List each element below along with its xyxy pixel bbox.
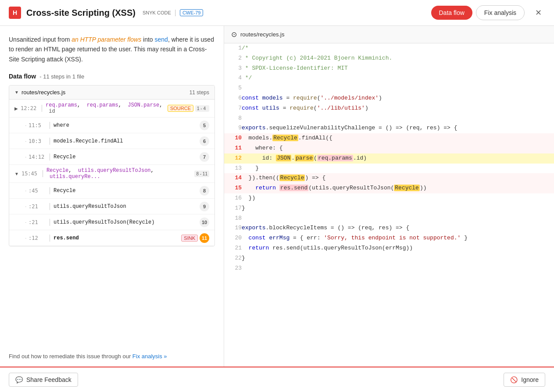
flow-item-sink[interactable]: - :12 res.send SINK 11 [9,230,214,246]
code-table: 1 /* 2 * Copyright (c) 2014–2021 Bjoern … [224,43,554,273]
code-line-highlighted: 10 models.Recycle.findAll({ [224,133,554,143]
step-number: 1 - 4 [195,105,209,112]
code-line: 2 * Copyright (c) 2014–2021 Bjoern Kimmi… [224,53,554,64]
step-number: 9 [200,202,209,211]
flow-item[interactable]: - :21 utils.queryResultToJson(Recycle) 1… [9,214,214,230]
step-number: 8 - 11 [194,171,209,177]
code-line: 23 [224,264,554,274]
flow-item[interactable]: - 11:5 where 5 [9,118,214,133]
share-feedback-button[interactable]: 💬 Share Feedback [9,373,78,387]
flow-item[interactable]: ▼ 15:45 Recycle, utils.queryResultToJson… [9,165,214,183]
code-line: 8 [224,114,554,124]
code-line-highlighted: 11 where: { [224,143,554,153]
code-line: 17 } [224,203,554,214]
step-number: 5 [200,121,209,130]
code-line: 22 } [224,253,554,264]
left-panel-footer: Find out how to remediate this issue thr… [9,346,215,367]
code-file-name: routes/recycles.js [240,31,284,38]
source-badge: SOURCE [168,105,193,112]
flow-item[interactable]: - :21 utils.queryResultToJson 9 [9,199,214,214]
close-button[interactable]: ✕ [532,6,545,19]
send-link[interactable]: send [155,36,168,43]
snyk-logo: H [9,7,21,19]
code-line: 4 */ [224,73,554,83]
code-line-highlighted: 12 id: JSON.parse(req.params.id) [224,153,554,164]
code-header: ⊙ routes/recycles.js [224,26,554,43]
step-number: 10 [200,217,209,227]
step-number: 8 [200,186,209,196]
sink-badge: SINK [181,235,198,242]
fix-analysis-link[interactable]: Fix analysis » [132,353,167,360]
code-line: 5 [224,83,554,93]
data-flow-button[interactable]: Data flow [431,6,472,20]
code-line: 20 const errMsg = { err: 'Sorry, this en… [224,233,554,243]
code-line: 9 exports.sequelizeVulnerabilityChalleng… [224,123,554,133]
code-body[interactable]: 1 /* 2 * Copyright (c) 2014–2021 Bjoern … [224,43,554,367]
data-flow-title: Data flow [9,73,36,80]
flow-item[interactable]: ▶ 12:22 req.params, req.params, JSON.par… [9,100,214,118]
code-line: 7 const utils = require('../lib/utils') [224,103,554,114]
step-number: 6 [200,136,209,146]
data-flow-meta: - 11 steps in 1 file [39,73,84,80]
code-line-highlighted: 14 }).then((Recycle) => { [224,173,554,183]
data-flow-header: Data flow - 11 steps in 1 file [9,73,215,80]
header: H Cross-site Scripting (XSS) SNYK CODE |… [0,0,554,26]
fix-analysis-button[interactable]: Fix analysis [476,5,525,20]
github-icon: ⊙ [231,30,237,39]
main-content: Unsanitized input from an HTTP parameter… [0,26,554,367]
flow-highlight: an HTTP parameter flows [71,36,141,43]
chevron-down-icon: ▼ [14,90,19,95]
code-line: 21 return res.send(utils.queryResultToJs… [224,243,554,253]
feedback-icon: 💬 [15,376,23,383]
ignore-icon: 🚫 [510,376,518,383]
code-line: 6 const models = require('../models/inde… [224,93,554,103]
flow-item[interactable]: - :45 Recycle 8 [9,183,214,199]
code-line: 1 /* [224,43,554,53]
file-tree: ▼ routes/recycles.js 11 steps ▶ 12:22 re… [9,85,215,246]
code-line: 3 * SPDX-License-Identifier: MIT [224,64,554,74]
ignore-button[interactable]: 🚫 Ignore [504,373,545,387]
step-number: 11 [200,233,209,243]
header-meta: SNYK CODE | CWE-79 [143,9,204,17]
file-name: routes/recycles.js [21,89,65,96]
code-line: 18 [224,214,554,224]
file-header[interactable]: ▼ routes/recycles.js 11 steps [9,86,214,100]
header-actions: Data flow Fix analysis ✕ [431,5,546,20]
cwe-badge[interactable]: CWE-79 [180,9,204,16]
page-title: Cross-site Scripting (XSS) [26,8,136,18]
flow-item[interactable]: - 10:3 models.Recycle.findAll 6 [9,133,214,149]
footer: 💬 Share Feedback 🚫 Ignore [0,367,554,392]
flow-item[interactable]: - 14:12 Recycle 7 [9,149,214,165]
code-line: 13 } [224,164,554,174]
right-panel: ⊙ routes/recycles.js 1 /* 2 * Copyright … [224,26,554,367]
step-number: 7 [200,152,209,162]
code-line-highlighted: 15 return res.send(utils.queryResultToJs… [224,183,554,193]
code-line: 16 }) [224,193,554,203]
expand-icon[interactable]: ▶ [14,106,18,111]
left-panel: Unsanitized input from an HTTP parameter… [0,26,224,367]
expand-icon[interactable]: ▼ [14,171,19,176]
code-line: 19 exports.blockRecycleItems = () => (re… [224,223,554,233]
steps-count: 11 steps [189,89,209,96]
snyk-code-badge: SNYK CODE [143,10,171,15]
description: Unsanitized input from an HTTP parameter… [9,35,215,64]
